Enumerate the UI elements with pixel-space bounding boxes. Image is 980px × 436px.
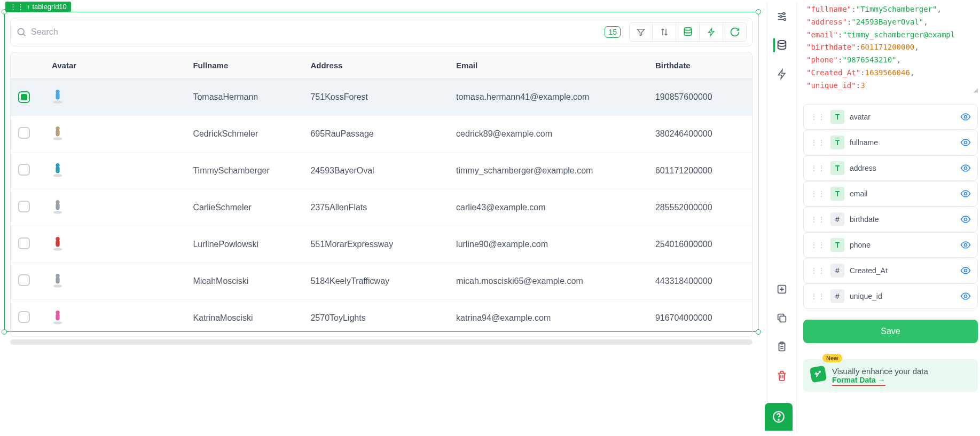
filter-button[interactable] xyxy=(629,22,653,42)
svg-rect-28 xyxy=(780,316,786,322)
row-checkbox[interactable] xyxy=(18,127,30,139)
drag-handle-icon[interactable]: ⋮⋮ xyxy=(810,164,825,172)
table-row[interactable]: TomasaHermann 751KossForest tomasa.herma… xyxy=(11,79,752,116)
refresh-button[interactable] xyxy=(723,22,747,42)
cell-fullname: MicahMosciski xyxy=(185,263,303,300)
clipboard-icon[interactable] xyxy=(775,340,789,354)
search-icon xyxy=(16,27,27,37)
svg-point-7 xyxy=(56,126,59,130)
format-data-link[interactable]: Format Data → xyxy=(832,376,885,386)
column-header[interactable]: Fullname xyxy=(185,52,303,79)
field-type-badge: T xyxy=(830,110,844,124)
visibility-toggle-icon[interactable] xyxy=(960,265,971,276)
cell-email: lurline90@example.com xyxy=(449,226,648,263)
field-type-badge: T xyxy=(830,161,844,175)
visibility-toggle-icon[interactable] xyxy=(960,163,971,173)
drag-handle-icon[interactable]: ⋮⋮ xyxy=(810,292,825,300)
svg-rect-18 xyxy=(56,277,59,284)
field-name: phone xyxy=(850,241,955,249)
table-row[interactable]: CarlieSchmeler 2375AllenFlats carlie43@e… xyxy=(11,189,752,226)
row-checkbox[interactable] xyxy=(18,201,30,212)
cell-address: 695RauPassage xyxy=(303,116,449,153)
table-row[interactable]: CedrickSchmeler 695RauPassage cedrick89@… xyxy=(11,116,752,153)
table-row[interactable]: LurlinePowlowski 551MorarExpressway lurl… xyxy=(11,226,752,263)
add-icon[interactable] xyxy=(775,282,789,296)
sliders-icon[interactable] xyxy=(775,10,789,23)
cell-address: 2375AllenFlats xyxy=(303,189,449,226)
cell-fullname: TimmySchamberger xyxy=(185,153,303,189)
drag-handle-icon[interactable]: ⋮⋮ xyxy=(810,241,825,249)
copy-icon[interactable] xyxy=(775,311,789,325)
visibility-toggle-icon[interactable] xyxy=(960,137,971,148)
row-checkbox[interactable] xyxy=(18,164,30,176)
table-row[interactable]: MicahMosciski 5184KeelyTrafficway micah.… xyxy=(11,263,752,300)
svg-point-36 xyxy=(965,192,967,195)
drag-handle-icon[interactable]: ⋮⋮ xyxy=(810,266,825,275)
field-row[interactable]: ⋮⋮ T phone xyxy=(803,232,978,258)
field-type-badge: T xyxy=(830,187,844,201)
promo-text: Visually enhance your data xyxy=(832,367,928,376)
selection-handle[interactable] xyxy=(756,329,761,335)
visibility-toggle-icon[interactable] xyxy=(960,112,971,122)
avatar-icon xyxy=(52,236,64,251)
help-fab[interactable] xyxy=(765,403,793,431)
svg-point-40 xyxy=(965,295,967,297)
field-type-badge: T xyxy=(830,136,844,149)
row-checkbox[interactable] xyxy=(18,237,30,249)
field-name: fullname xyxy=(850,138,955,147)
row-checkbox[interactable] xyxy=(18,311,30,323)
delete-icon[interactable] xyxy=(775,369,789,383)
cell-birthdate: 285552000000 xyxy=(648,189,752,226)
database-button[interactable] xyxy=(676,22,700,42)
svg-point-5 xyxy=(53,137,62,140)
database-icon[interactable] xyxy=(775,38,789,52)
avatar-icon xyxy=(52,89,64,104)
cell-birthdate: 601171200000 xyxy=(648,153,752,189)
avatar-icon xyxy=(52,273,64,288)
column-header[interactable]: Avatar xyxy=(44,52,185,79)
search-input[interactable] xyxy=(31,27,599,37)
field-row[interactable]: ⋮⋮ T email xyxy=(803,181,978,207)
selection-handle[interactable] xyxy=(756,9,761,14)
visibility-toggle-icon[interactable] xyxy=(960,214,971,225)
side-rail xyxy=(767,2,797,434)
column-header[interactable]: Email xyxy=(449,52,648,79)
field-row[interactable]: ⋮⋮ T fullname xyxy=(803,130,978,155)
row-checkbox[interactable] xyxy=(18,274,30,286)
cell-address: 5184KeelyTrafficway xyxy=(303,263,449,300)
drag-handle-icon[interactable]: ⋮⋮ xyxy=(810,138,825,147)
field-row[interactable]: ⋮⋮ T address xyxy=(803,155,978,181)
avatar-icon xyxy=(52,310,64,324)
cell-fullname: CedrickSchmeler xyxy=(185,116,303,153)
column-header[interactable]: Birthdate xyxy=(648,52,752,79)
selection-handle[interactable] xyxy=(2,329,7,335)
field-row[interactable]: ⋮⋮ # birthdate xyxy=(803,207,978,232)
visibility-toggle-icon[interactable] xyxy=(960,291,971,302)
svg-point-35 xyxy=(965,167,967,169)
field-type-badge: T xyxy=(830,238,844,252)
drag-handle-icon[interactable]: ⋮⋮ xyxy=(810,189,825,198)
lightning-icon[interactable] xyxy=(775,67,789,81)
visibility-toggle-icon[interactable] xyxy=(960,240,971,250)
cell-email: carlie43@example.com xyxy=(449,189,648,226)
drag-handle-icon[interactable]: ⋮⋮ xyxy=(810,113,825,121)
sort-button[interactable] xyxy=(653,22,676,42)
table-row[interactable]: KatrinaMosciski 2570ToyLights katrina94@… xyxy=(11,300,752,337)
table-row[interactable]: TimmySchamberger 24593BayerOval timmy_sc… xyxy=(11,153,752,189)
visibility-toggle-icon[interactable] xyxy=(960,188,971,199)
lightning-button[interactable] xyxy=(700,22,723,42)
horizontal-scrollbar[interactable] xyxy=(10,339,752,345)
component-tab[interactable]: ⋮⋮ ↑ tablegrid10 xyxy=(5,2,71,12)
format-data-promo: New Visually enhance your data Format Da… xyxy=(803,359,978,392)
save-button[interactable]: Save xyxy=(803,320,978,343)
cell-birthdate: 190857600000 xyxy=(648,79,752,116)
row-checkbox[interactable] xyxy=(18,91,30,103)
svg-rect-9 xyxy=(56,167,59,173)
column-header[interactable]: Address xyxy=(303,52,449,79)
field-name: Created_At xyxy=(850,266,955,275)
field-row[interactable]: ⋮⋮ # unique_id xyxy=(803,283,978,309)
field-row[interactable]: ⋮⋮ T avatar xyxy=(803,104,978,130)
field-row[interactable]: ⋮⋮ # Created_At xyxy=(803,258,978,283)
drag-handle-icon[interactable]: ⋮⋮ xyxy=(810,215,825,224)
resize-handle-icon[interactable]: ◢ xyxy=(974,84,978,97)
